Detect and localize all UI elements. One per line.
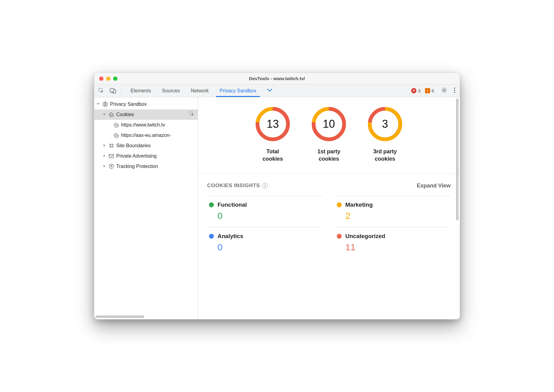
tab-privacy-sandbox[interactable]: Privacy Sandbox bbox=[214, 84, 262, 97]
svg-point-17 bbox=[116, 136, 116, 137]
insight-value: 11 bbox=[345, 242, 449, 252]
warnings-count: 6 bbox=[432, 88, 434, 93]
chevron-right-icon bbox=[103, 144, 106, 148]
stat-total-cookies: 13 Total cookies bbox=[254, 106, 291, 163]
svg-rect-2 bbox=[113, 90, 116, 93]
expand-view-button[interactable]: Expand View bbox=[417, 183, 451, 189]
insight-value: 0 bbox=[218, 242, 321, 252]
stat-caption: Total cookies bbox=[262, 148, 283, 163]
insight-label: Marketing bbox=[345, 201, 449, 208]
privacy-sandbox-icon bbox=[102, 101, 108, 107]
stat-value: 3 bbox=[367, 106, 403, 142]
stat-caption: 1st party cookies bbox=[317, 148, 340, 163]
svg-rect-20 bbox=[109, 154, 114, 158]
toolbar-separator bbox=[121, 87, 121, 94]
tree-label: Private Advertising bbox=[116, 153, 157, 159]
third-party-ring: 3 bbox=[367, 106, 403, 142]
tab-sources[interactable]: Sources bbox=[156, 84, 185, 97]
vertical-scrollbar[interactable] bbox=[456, 98, 459, 220]
insight-uncategorized[interactable]: Uncategorized 11 bbox=[335, 227, 451, 258]
devtools-toolbar: Elements Sources Network Privacy Sandbox… bbox=[94, 84, 460, 97]
device-toolbar-icon[interactable] bbox=[108, 86, 117, 95]
tree-label: Tracking Protection bbox=[116, 164, 158, 169]
maximize-window-button[interactable] bbox=[113, 77, 117, 81]
chevron-right-icon bbox=[103, 165, 106, 168]
svg-point-8 bbox=[105, 103, 106, 104]
svg-point-16 bbox=[115, 135, 116, 135]
tree-item-private-advertising[interactable]: Private Advertising bbox=[94, 151, 198, 161]
category-dot-icon bbox=[337, 234, 342, 239]
close-window-button[interactable] bbox=[99, 77, 103, 81]
tree-item-cookies[interactable]: Cookies bbox=[94, 109, 198, 120]
devtools-window: DevTools - www.twitch.tv/ Elements Sourc… bbox=[94, 73, 460, 319]
horizontal-scrollbar[interactable] bbox=[95, 315, 144, 318]
cookies-insights-section: COOKIES INSIGHTS i Expand View Functiona… bbox=[198, 173, 460, 258]
more-tabs-button[interactable] bbox=[264, 87, 275, 94]
insights-title: COOKIES INSIGHTS i bbox=[207, 183, 268, 189]
svg-point-5 bbox=[454, 90, 455, 91]
svg-point-13 bbox=[115, 124, 116, 125]
svg-point-14 bbox=[116, 126, 116, 126]
panel-content: Privacy Sandbox Cookies https://www.twit… bbox=[94, 97, 460, 319]
svg-point-15 bbox=[117, 125, 117, 126]
category-dot-icon bbox=[209, 234, 214, 239]
panel-tabs: Elements Sources Network Privacy Sandbox bbox=[125, 84, 262, 97]
category-dot-icon bbox=[337, 202, 342, 207]
main-panel: 13 Total cookies 10 bbox=[198, 97, 460, 319]
insight-value: 0 bbox=[218, 211, 321, 221]
warnings-badge[interactable]: ! 6 bbox=[425, 88, 434, 93]
stat-third-party-cookies: 3 3rd party cookies bbox=[367, 106, 403, 163]
stat-value: 10 bbox=[311, 106, 347, 142]
insights-header: COOKIES INSIGHTS i Expand View bbox=[207, 183, 451, 189]
chevron-right-icon bbox=[103, 154, 106, 158]
cookie-icon bbox=[113, 132, 119, 138]
insight-label: Uncategorized bbox=[345, 233, 449, 240]
traffic-lights bbox=[94, 77, 117, 81]
tree-root-privacy-sandbox[interactable]: Privacy Sandbox bbox=[94, 99, 198, 109]
svg-point-6 bbox=[454, 92, 455, 93]
insight-functional[interactable]: Functional 0 bbox=[207, 196, 323, 227]
window-title: DevTools - www.twitch.tv/ bbox=[94, 76, 460, 81]
errors-count: 3 bbox=[418, 88, 420, 93]
errors-badge[interactable]: ✕ 3 bbox=[411, 88, 420, 93]
tab-label: Sources bbox=[162, 88, 180, 94]
cookie-icon bbox=[113, 122, 119, 128]
more-options-button[interactable] bbox=[452, 87, 457, 94]
insights-grid: Functional 0 Marketing 2 Analytics 0 bbox=[207, 196, 451, 258]
svg-point-11 bbox=[112, 115, 113, 116]
tree-item-tracking-protection[interactable]: Tracking Protection bbox=[94, 161, 198, 172]
titlebar: DevTools - www.twitch.tv/ bbox=[94, 73, 460, 84]
chevron-down-icon bbox=[103, 113, 106, 116]
svg-point-10 bbox=[111, 115, 111, 116]
tree-label: Privacy Sandbox bbox=[110, 102, 147, 107]
mail-icon bbox=[108, 153, 114, 159]
tab-elements[interactable]: Elements bbox=[125, 84, 156, 97]
insight-marketing[interactable]: Marketing 2 bbox=[335, 196, 451, 227]
site-boundaries-icon bbox=[108, 143, 114, 149]
insight-analytics[interactable]: Analytics 0 bbox=[207, 227, 323, 258]
tab-label: Elements bbox=[131, 88, 151, 94]
warning-icon: ! bbox=[425, 88, 430, 93]
first-party-ring: 10 bbox=[311, 106, 347, 142]
cookie-icon bbox=[108, 112, 114, 118]
issue-badges: ✕ 3 ! 6 bbox=[411, 88, 434, 93]
settings-button[interactable] bbox=[439, 87, 449, 95]
error-icon: ✕ bbox=[411, 88, 416, 93]
info-icon[interactable]: i bbox=[262, 183, 268, 188]
total-cookies-ring: 13 bbox=[254, 106, 291, 142]
tree-item-site-boundaries[interactable]: Site Boundaries bbox=[94, 141, 198, 151]
tab-network[interactable]: Network bbox=[185, 84, 214, 97]
svg-point-3 bbox=[443, 89, 445, 91]
inspect-element-icon[interactable] bbox=[189, 111, 195, 118]
stat-first-party-cookies: 10 1st party cookies bbox=[311, 106, 347, 163]
svg-rect-19 bbox=[110, 145, 113, 147]
minimize-window-button[interactable] bbox=[106, 77, 110, 81]
stat-value: 13 bbox=[254, 106, 291, 142]
cookie-stats-row: 13 Total cookies 10 bbox=[198, 97, 460, 173]
tree-item-origin[interactable]: https://aax-eu.amazon- bbox=[94, 130, 198, 141]
tree-item-origin[interactable]: https://www.twitch.tv bbox=[94, 120, 198, 130]
inspect-element-icon[interactable] bbox=[97, 86, 106, 95]
tab-label: Privacy Sandbox bbox=[220, 88, 256, 94]
insight-label: Analytics bbox=[218, 233, 321, 240]
stat-caption: 3rd party cookies bbox=[373, 148, 397, 163]
